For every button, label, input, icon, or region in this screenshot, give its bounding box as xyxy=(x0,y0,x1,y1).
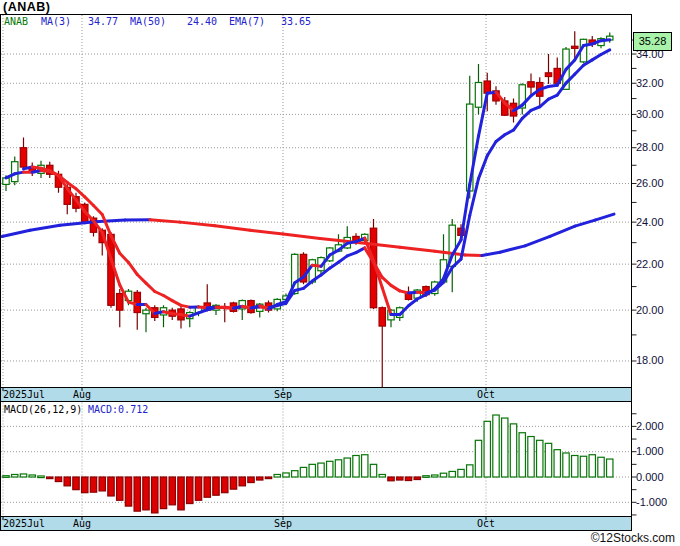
macd-bar xyxy=(589,455,595,477)
ma3-line-segment xyxy=(601,40,610,41)
macd-bar xyxy=(362,455,368,477)
macd-bar xyxy=(379,474,385,477)
macd-bar xyxy=(414,477,420,480)
macd-bar xyxy=(449,471,455,477)
macd-bar xyxy=(519,433,525,477)
ma50-line-segment xyxy=(482,252,500,255)
ma3-line-segment xyxy=(409,299,418,306)
watermark: ©12Stocks.com xyxy=(591,531,675,545)
ema7-line-segment xyxy=(487,142,496,156)
ema7-line-segment xyxy=(514,118,523,130)
legend-ema7-value: 33.65 xyxy=(281,16,311,27)
macd-bar xyxy=(99,477,105,491)
ema7-line-segment xyxy=(575,65,584,74)
last-price-badge: 35.28 xyxy=(633,32,672,51)
price-axis-label: 30.00 xyxy=(636,108,680,120)
legend-ema7-label: EMA(7) xyxy=(229,16,265,27)
ema7-line-segment xyxy=(382,277,391,285)
month-label-macd: Aug xyxy=(42,518,122,529)
month-label-macd: Sep xyxy=(243,518,323,529)
candle-down xyxy=(572,46,578,48)
macd-axis-label: 2.000 xyxy=(636,420,680,432)
ma50-line-segment xyxy=(215,226,250,230)
month-label-macd: 2025Jul xyxy=(3,518,45,529)
candle-up xyxy=(12,162,18,182)
price-axis-label: 22.00 xyxy=(636,258,680,270)
ma50-line-segment xyxy=(575,220,595,226)
ema7-line-segment xyxy=(601,50,610,55)
macd-bar xyxy=(397,477,403,480)
ma50-line-segment xyxy=(95,220,125,222)
ema7-line-segment xyxy=(592,54,601,59)
macd-bar xyxy=(493,415,499,477)
ema7-line-segment xyxy=(146,283,155,291)
candle-down xyxy=(484,81,490,93)
macd-bar xyxy=(510,424,516,477)
macd-bar xyxy=(134,477,140,511)
macd-bar xyxy=(55,477,61,482)
macd-axis-label: 0.000 xyxy=(636,471,680,483)
macd-bar xyxy=(152,477,158,513)
macd-bar xyxy=(458,469,464,477)
macd-bar xyxy=(475,440,481,477)
macd-bar xyxy=(257,477,263,480)
macd-bar xyxy=(3,476,9,478)
legend-symbol: ANAB xyxy=(4,16,28,27)
macd-bar xyxy=(388,477,394,481)
ma50-line-segment xyxy=(2,230,30,236)
macd-bar xyxy=(222,477,228,493)
macd-bar xyxy=(82,477,88,493)
ema7-line-segment xyxy=(391,285,400,290)
macd-bar xyxy=(370,464,376,477)
macd-bar xyxy=(537,440,543,477)
macd-bar xyxy=(344,458,350,477)
ema7-line-segment xyxy=(94,205,103,214)
price-axis-label: 28.00 xyxy=(636,141,680,153)
macd-bar xyxy=(423,476,429,478)
macd-bar xyxy=(327,461,333,477)
macd-bar xyxy=(353,455,359,477)
macd-bar xyxy=(598,457,604,477)
ma50-line-segment xyxy=(400,247,435,251)
ma50-line-segment xyxy=(550,226,575,236)
macd-axis-label: -1.000 xyxy=(636,496,680,508)
candle-down xyxy=(545,73,551,77)
macd-bar xyxy=(318,463,324,477)
candle-down xyxy=(528,82,534,87)
macd-bar xyxy=(484,421,490,477)
macd-bar xyxy=(187,477,193,504)
macd-bar xyxy=(178,477,184,510)
ema7-line-segment xyxy=(479,156,488,179)
ma50-line-segment xyxy=(595,214,614,220)
ma50-line-segment xyxy=(250,230,283,234)
macd-legend-label: MACD(26,12,9) xyxy=(4,404,82,415)
macd-bar xyxy=(563,453,569,477)
macd-bar xyxy=(143,477,149,510)
macd-bar xyxy=(405,477,411,481)
ma50-line-segment xyxy=(30,225,60,230)
macd-axis-label: 1.000 xyxy=(636,445,680,457)
candle-down xyxy=(117,294,123,311)
candles xyxy=(3,31,613,387)
macd-bar xyxy=(545,443,551,477)
macd-bar xyxy=(117,477,123,500)
price-axis-label: 20.00 xyxy=(636,304,680,316)
legend-ma3-value: 34.77 xyxy=(88,16,118,27)
month-label-macd: Oct xyxy=(446,518,526,529)
candle-down xyxy=(379,308,385,326)
price-axis-label: 26.00 xyxy=(636,177,680,189)
macd-bar xyxy=(125,477,131,506)
macd-bar xyxy=(169,477,175,505)
macd-bar xyxy=(90,477,96,492)
price-axis-label: 18.00 xyxy=(636,354,680,366)
legend-ma50-value: 24.40 xyxy=(187,16,217,27)
macd-bar xyxy=(29,475,35,477)
ema7-line-segment xyxy=(120,253,129,262)
macd-bar xyxy=(300,467,306,477)
macd-bar xyxy=(502,418,508,477)
macd-bar xyxy=(239,477,245,486)
macd-bar xyxy=(248,477,254,483)
macd-bar xyxy=(108,477,114,496)
macd-histogram xyxy=(3,415,613,513)
macd-bar xyxy=(292,471,298,477)
